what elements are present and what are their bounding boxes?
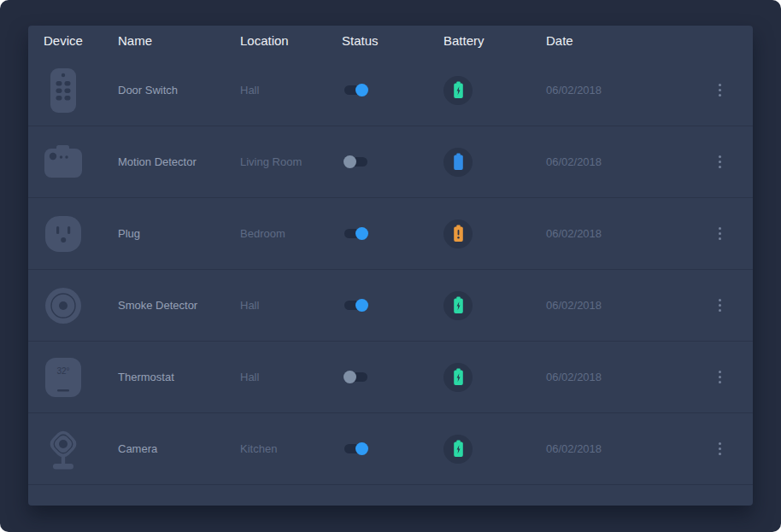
device-location: Hall <box>240 371 342 383</box>
motion-detector-icon <box>44 137 83 187</box>
toggle-knob <box>344 155 356 168</box>
plug-icon <box>44 209 83 259</box>
battery-indicator <box>443 435 473 464</box>
toggle-knob <box>355 227 368 240</box>
battery-indicator <box>443 363 473 392</box>
device-cell <box>28 424 118 474</box>
device-cell: 32° <box>28 353 118 402</box>
device-location: Kitchen <box>240 442 342 455</box>
table-row: Door Switch Hall 06/02/2018 <box>28 55 753 126</box>
battery-indicator <box>443 291 473 320</box>
device-date: 06/02/2018 <box>546 371 691 383</box>
kebab-menu-icon[interactable] <box>715 295 725 315</box>
status-toggle[interactable] <box>344 372 367 382</box>
smoke-detector-icon <box>44 281 83 330</box>
toggle-knob <box>344 371 356 383</box>
device-date: 06/02/2018 <box>546 227 691 240</box>
thermostat-icon: 32° <box>44 353 83 402</box>
device-name: Door Switch <box>118 84 240 96</box>
table-row: 32° Thermostat Hall 06/02/2018 <box>28 342 753 413</box>
toggle-knob <box>355 84 368 96</box>
device-name: Thermostat <box>118 371 240 383</box>
table-row: Smoke Detector Hall 06/02/2018 <box>28 270 753 342</box>
device-cell <box>28 281 118 330</box>
camera-icon <box>44 424 83 474</box>
kebab-menu-icon[interactable] <box>715 439 725 459</box>
table-header-row: Device Name Location Status Battery Date <box>28 26 753 55</box>
table-row: Motion Detector Living Room 06/02/2018 <box>28 126 753 198</box>
app-window: Device Name Location Status Battery Date <box>0 0 781 532</box>
device-location: Bedroom <box>240 227 342 240</box>
device-location: Hall <box>240 84 342 96</box>
status-toggle[interactable] <box>344 229 367 238</box>
device-date: 06/02/2018 <box>546 155 691 168</box>
kebab-menu-icon[interactable] <box>715 367 725 387</box>
column-header-status: Status <box>342 33 443 48</box>
device-name: Smoke Detector <box>118 299 240 312</box>
device-name: Motion Detector <box>118 155 240 168</box>
device-location: Living Room <box>240 155 342 168</box>
column-header-location: Location <box>240 33 342 48</box>
device-location: Hall <box>240 299 342 312</box>
device-cell <box>28 137 118 187</box>
status-toggle[interactable] <box>344 157 367 167</box>
table-row: Camera Kitchen 06/02/2018 <box>28 413 753 485</box>
toggle-knob <box>355 299 368 312</box>
device-date: 06/02/2018 <box>546 299 691 312</box>
device-date: 06/02/2018 <box>546 442 691 455</box>
column-header-device: Device <box>28 33 118 48</box>
kebab-menu-icon[interactable] <box>715 80 725 100</box>
column-header-battery: Battery <box>443 33 546 48</box>
column-header-name: Name <box>118 33 240 48</box>
devices-table-card: Device Name Location Status Battery Date <box>28 26 753 506</box>
device-date: 06/02/2018 <box>546 84 691 96</box>
table-row: Plug Bedroom 06/02/2018 <box>28 198 753 270</box>
battery-indicator <box>443 76 473 105</box>
thermostat-temp-label: 32° <box>56 366 69 376</box>
device-name: Plug <box>118 227 240 240</box>
status-toggle[interactable] <box>344 444 367 453</box>
column-header-date: Date <box>546 33 691 48</box>
device-cell <box>28 66 118 115</box>
battery-indicator <box>443 148 473 177</box>
door-switch-icon <box>44 66 83 115</box>
battery-indicator <box>443 219 473 248</box>
status-toggle[interactable] <box>344 85 367 95</box>
toggle-knob <box>355 442 368 455</box>
kebab-menu-icon[interactable] <box>715 152 725 172</box>
device-cell <box>28 209 118 259</box>
kebab-menu-icon[interactable] <box>715 224 725 243</box>
status-toggle[interactable] <box>344 301 367 310</box>
device-name: Camera <box>118 442 240 455</box>
